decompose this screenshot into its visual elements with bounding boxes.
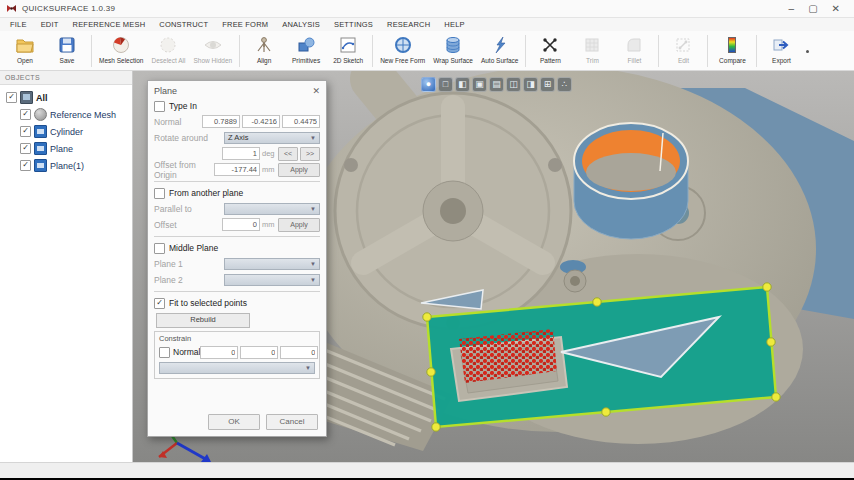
- constrain-select[interactable]: ▼: [159, 362, 315, 374]
- menu-file[interactable]: FILE: [10, 20, 27, 29]
- rebuild-button[interactable]: Rebuild: [156, 313, 250, 328]
- open-button[interactable]: Open: [4, 32, 46, 70]
- view-control-button-8[interactable]: ⊞: [540, 77, 555, 92]
- tree-item-cylinder[interactable]: Cylinder: [2, 123, 130, 140]
- middle-plane-row: Middle Plane: [154, 241, 320, 255]
- dialog-close-icon[interactable]: ✕: [312, 86, 320, 96]
- compare-colormap-icon: [722, 34, 742, 56]
- deselect-all-button[interactable]: Deselect All: [147, 32, 189, 70]
- app-window: QUICKSURFACE 1.0.39 – ▢ ✕ FILE EDIT REFE…: [0, 0, 854, 477]
- toolbar-label: Edit: [678, 57, 689, 64]
- compare-button[interactable]: Compare: [711, 32, 753, 70]
- fillet-button[interactable]: Fillet: [613, 32, 655, 70]
- rotate-back-button[interactable]: <<: [278, 147, 298, 161]
- type-in-checkbox[interactable]: [154, 101, 165, 112]
- normal-y-field[interactable]: [242, 115, 280, 128]
- tree-item-plane[interactable]: Plane: [2, 140, 130, 157]
- menu-reference-mesh[interactable]: REFERENCE MESH: [73, 20, 146, 29]
- checkbox-cylinder[interactable]: [20, 126, 31, 137]
- view-control-button-2[interactable]: □: [438, 77, 453, 92]
- constrain-x-field[interactable]: [200, 346, 238, 359]
- menu-construct[interactable]: CONSTRUCT: [159, 20, 208, 29]
- middle-plane-checkbox[interactable]: [154, 243, 165, 254]
- constrain-y-field[interactable]: [240, 346, 278, 359]
- offset-origin-field[interactable]: [214, 163, 260, 176]
- view-control-button-7[interactable]: ◨: [523, 77, 538, 92]
- divider: [154, 291, 320, 292]
- menu-edit[interactable]: EDIT: [41, 20, 59, 29]
- view-control-button-5[interactable]: ▤: [489, 77, 504, 92]
- menu-bar: FILE EDIT REFERENCE MESH CONSTRUCT FREE …: [0, 18, 854, 32]
- tree-item-reference-mesh[interactable]: Reference Mesh: [2, 106, 130, 123]
- view-control-button-4[interactable]: ▣: [472, 77, 487, 92]
- view-control-button-9[interactable]: ∴: [557, 77, 572, 92]
- view-control-button-6[interactable]: ◫: [506, 77, 521, 92]
- view-control-button-3[interactable]: ◧: [455, 77, 470, 92]
- primitives-button[interactable]: Primitives: [285, 32, 327, 70]
- new-free-form-button[interactable]: New Free Form: [376, 32, 429, 70]
- edit-icon: [673, 34, 693, 56]
- ok-button[interactable]: OK: [208, 414, 260, 430]
- maximize-button[interactable]: ▢: [808, 4, 817, 14]
- toolbar-separator: [756, 35, 757, 67]
- plane-dialog-titlebar[interactable]: Plane ✕: [154, 84, 320, 97]
- sketch-2d-button[interactable]: 2D Sketch: [327, 32, 369, 70]
- rotate-step-field[interactable]: [222, 147, 260, 160]
- minimize-button[interactable]: –: [789, 4, 795, 14]
- checkbox-plane[interactable]: [20, 143, 31, 154]
- checkbox-all[interactable]: [6, 92, 17, 103]
- plane-offset-apply-button[interactable]: Apply: [278, 218, 320, 232]
- fitted-cylinder[interactable]: [574, 123, 688, 239]
- menu-free-form[interactable]: FREE FORM: [222, 20, 268, 29]
- fit-points-row: Fit to selected points: [154, 296, 320, 310]
- fit-points-checkbox[interactable]: [154, 298, 165, 309]
- reference-mesh-icon: [34, 108, 47, 121]
- toolbar-label: Fillet: [628, 57, 642, 64]
- checkbox-plane1[interactable]: [20, 160, 31, 171]
- edit-button[interactable]: Edit: [662, 32, 704, 70]
- align-button[interactable]: Align: [243, 32, 285, 70]
- pattern-button[interactable]: Pattern: [529, 32, 571, 70]
- primitives-icon: [296, 34, 316, 56]
- show-hidden-button[interactable]: Show Hidden: [189, 32, 236, 70]
- mesh-selection-button[interactable]: Mesh Selection: [95, 32, 147, 70]
- view-orbit-button[interactable]: ●: [421, 77, 436, 92]
- from-another-plane-checkbox[interactable]: [154, 188, 165, 199]
- objects-panel: OBJECTS All Reference Mesh Cylinder Plan…: [0, 71, 133, 462]
- rotate-axis-select[interactable]: Z Axis▼: [224, 132, 320, 144]
- auto-surface-icon: [490, 34, 510, 56]
- trim-button[interactable]: Trim: [571, 32, 613, 70]
- toolbar-label: Export: [772, 57, 791, 64]
- normal-x-field[interactable]: [202, 115, 240, 128]
- constrain-z-field[interactable]: [280, 346, 318, 359]
- offset-origin-apply-button[interactable]: Apply: [278, 163, 320, 177]
- constrain-normal-row: Normal: [159, 345, 315, 359]
- parallel-to-select[interactable]: ▼: [224, 203, 320, 215]
- type-in-row: Type In: [154, 99, 320, 113]
- tree-item-all[interactable]: All: [2, 89, 130, 106]
- cancel-button[interactable]: Cancel: [266, 414, 318, 430]
- export-button[interactable]: Export: [760, 32, 802, 70]
- plane-dialog-title: Plane: [154, 86, 177, 96]
- auto-surface-button[interactable]: Auto Surface: [477, 32, 523, 70]
- plane1-icon: [34, 159, 47, 172]
- selected-points-region[interactable]: [451, 329, 567, 401]
- menu-settings[interactable]: SETTINGS: [334, 20, 373, 29]
- export-more-dot[interactable]: [806, 50, 809, 53]
- align-icon: [254, 34, 274, 56]
- menu-research[interactable]: RESEARCH: [387, 20, 430, 29]
- rotate-forward-button[interactable]: >>: [300, 147, 320, 161]
- plane2-select[interactable]: ▼: [224, 274, 320, 286]
- wrap-surface-button[interactable]: Wrap Surface: [429, 32, 477, 70]
- close-button[interactable]: ✕: [832, 4, 840, 14]
- tree-item-plane1[interactable]: Plane(1): [2, 157, 130, 174]
- plane1-select[interactable]: ▼: [224, 258, 320, 270]
- checkbox-reference-mesh[interactable]: [20, 109, 31, 120]
- toolbar-separator: [372, 35, 373, 67]
- menu-help[interactable]: HELP: [444, 20, 464, 29]
- menu-analysis[interactable]: ANALYSIS: [282, 20, 320, 29]
- plane-offset-field[interactable]: [222, 218, 260, 231]
- save-button[interactable]: Save: [46, 32, 88, 70]
- normal-z-field[interactable]: [282, 115, 320, 128]
- constrain-normal-checkbox[interactable]: [159, 347, 170, 358]
